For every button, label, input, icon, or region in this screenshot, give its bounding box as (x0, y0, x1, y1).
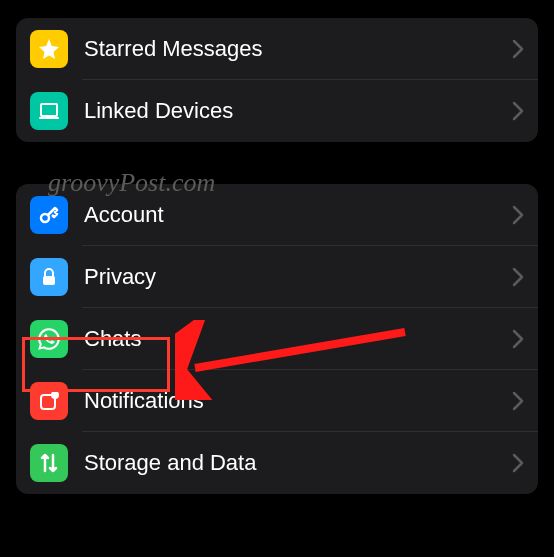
row-label: Linked Devices (84, 98, 512, 124)
settings-group-1: Starred Messages Linked Devices (16, 18, 538, 142)
row-label: Privacy (84, 264, 512, 290)
row-label: Chats (84, 326, 512, 352)
row-label: Starred Messages (84, 36, 512, 62)
laptop-icon (30, 92, 68, 130)
whatsapp-icon (30, 320, 68, 358)
row-label: Notifications (84, 388, 512, 414)
row-label: Storage and Data (84, 450, 512, 476)
chevron-right-icon (512, 101, 524, 121)
notification-icon (30, 382, 68, 420)
settings-group-2: Account Privacy Chats Notifications Stor… (16, 184, 538, 494)
row-label: Account (84, 202, 512, 228)
star-icon (30, 30, 68, 68)
svg-point-5 (51, 391, 59, 399)
svg-point-2 (41, 214, 49, 222)
chevron-right-icon (512, 267, 524, 287)
chevron-right-icon (512, 453, 524, 473)
chevron-right-icon (512, 39, 524, 59)
chevron-right-icon (512, 391, 524, 411)
row-account[interactable]: Account (16, 184, 538, 246)
svg-rect-3 (43, 276, 55, 285)
row-notifications[interactable]: Notifications (16, 370, 538, 432)
row-storage-data[interactable]: Storage and Data (16, 432, 538, 494)
row-linked-devices[interactable]: Linked Devices (16, 80, 538, 142)
key-icon (30, 196, 68, 234)
row-starred-messages[interactable]: Starred Messages (16, 18, 538, 80)
arrows-icon (30, 444, 68, 482)
row-chats[interactable]: Chats (16, 308, 538, 370)
svg-rect-0 (41, 104, 57, 116)
row-privacy[interactable]: Privacy (16, 246, 538, 308)
svg-rect-1 (39, 117, 59, 119)
chevron-right-icon (512, 205, 524, 225)
lock-icon (30, 258, 68, 296)
chevron-right-icon (512, 329, 524, 349)
